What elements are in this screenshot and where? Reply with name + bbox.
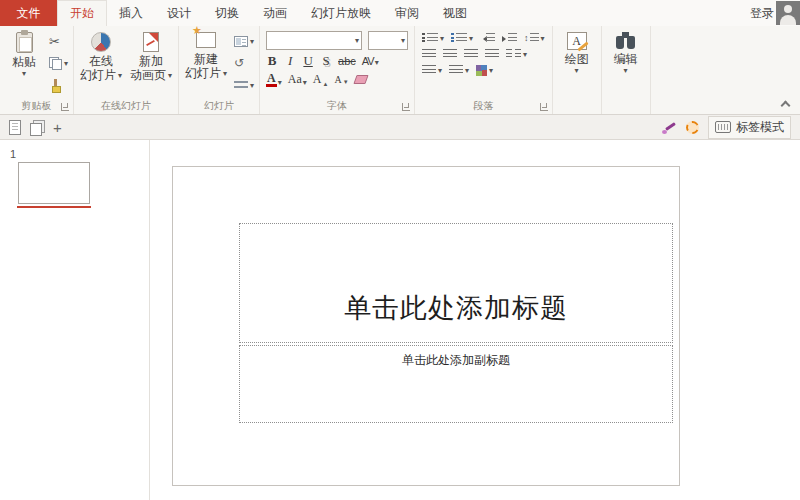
drawing-button[interactable]: A 绘图 ▾ bbox=[555, 28, 599, 99]
font-group-label: 字体 bbox=[327, 100, 347, 111]
increase-indent-button[interactable] bbox=[502, 33, 517, 44]
clipboard-dialog-launcher[interactable] bbox=[61, 103, 69, 111]
paste-button[interactable]: 粘贴 ▾ bbox=[2, 28, 46, 99]
dropdown-caret-icon: ▾ bbox=[278, 78, 282, 87]
dropdown-caret-icon: ▾ bbox=[250, 81, 254, 90]
text-direction-button[interactable]: ▾ bbox=[422, 65, 442, 76]
new-animation-page-button[interactable]: 新加 动画页 ▾ bbox=[126, 28, 176, 99]
pie-chart-icon bbox=[91, 32, 111, 52]
line-spacing-button[interactable]: ↕ ▾ bbox=[524, 33, 545, 44]
decrease-indent-icon bbox=[480, 33, 495, 44]
align-text-icon bbox=[449, 65, 463, 76]
dropdown-caret-icon: ▾ bbox=[575, 66, 579, 75]
online-slides-button[interactable]: 在线 幻灯片 ▾ bbox=[76, 28, 126, 99]
italic-button[interactable]: I bbox=[284, 53, 296, 69]
align-center-icon bbox=[443, 49, 457, 60]
tab-design[interactable]: 设计 bbox=[155, 0, 203, 26]
new-slide-button[interactable]: 新建 幻灯片 ▾ bbox=[181, 28, 231, 99]
paragraph-dialog-launcher[interactable] bbox=[540, 103, 548, 111]
align-center-button[interactable] bbox=[443, 49, 457, 60]
gear-icon[interactable] bbox=[686, 121, 699, 134]
columns-button[interactable]: ▾ bbox=[506, 49, 527, 60]
change-case-button[interactable]: Aa ▾ bbox=[288, 72, 307, 87]
tab-insert[interactable]: 插入 bbox=[107, 0, 155, 26]
outline-view-icon[interactable] bbox=[9, 120, 21, 135]
clipboard-icon bbox=[16, 32, 33, 53]
add-slide-button[interactable]: + bbox=[53, 120, 62, 135]
shrink-font-button[interactable]: A ▼ bbox=[334, 74, 348, 85]
slide-layout-button[interactable]: ▾ bbox=[232, 33, 256, 50]
text-shadow-button[interactable]: S bbox=[320, 53, 332, 69]
font-dialog-launcher[interactable] bbox=[402, 103, 410, 111]
bullets-button[interactable]: ▾ bbox=[422, 33, 444, 44]
decrease-indent-button[interactable] bbox=[480, 33, 495, 44]
subtitle-placeholder-text: 单击此处添加副标题 bbox=[402, 353, 510, 367]
up-arrow-icon: ▲ bbox=[322, 81, 328, 87]
ribbon-group-font: ▾ ▾ B I U S abc AV ▾ bbox=[260, 26, 415, 114]
bold-button[interactable]: B bbox=[266, 53, 278, 69]
dropdown-caret-icon: ▾ bbox=[223, 69, 227, 78]
cut-button[interactable]: ✂ bbox=[47, 33, 70, 50]
subtitle-placeholder[interactable]: 单击此处添加副标题 bbox=[239, 345, 673, 423]
slide[interactable]: 单击此处添加标题 单击此处添加副标题 bbox=[172, 166, 680, 486]
login-link[interactable]: 登录 bbox=[750, 0, 776, 26]
dropdown-caret-icon: ▾ bbox=[489, 66, 493, 75]
layout-icon bbox=[234, 36, 248, 47]
reset-slide-button[interactable]: ↺ bbox=[232, 55, 256, 72]
tab-animations[interactable]: 动画 bbox=[251, 0, 299, 26]
dropdown-caret-icon: ▾ bbox=[399, 36, 407, 45]
menubar-spacer bbox=[479, 0, 750, 26]
file-menu-button[interactable]: 文件 bbox=[0, 0, 57, 26]
drawing-icon: A bbox=[567, 32, 587, 50]
section-icon bbox=[234, 81, 248, 91]
copy-icon bbox=[49, 57, 62, 70]
workspace: 1 单击此处添加标题 单击此处添加副标题 bbox=[0, 140, 800, 500]
font-size-input[interactable] bbox=[369, 32, 399, 49]
format-painter-button[interactable] bbox=[47, 77, 70, 94]
editing-button[interactable]: 编辑 ▾ bbox=[604, 28, 648, 99]
user-avatar[interactable] bbox=[776, 1, 800, 25]
tab-review[interactable]: 审阅 bbox=[383, 0, 431, 26]
tab-transitions[interactable]: 切换 bbox=[203, 0, 251, 26]
clear-formatting-button[interactable] bbox=[355, 75, 367, 84]
brush-icon[interactable] bbox=[662, 120, 677, 135]
align-text-button[interactable]: ▾ bbox=[449, 65, 469, 76]
dropdown-caret-icon: ▾ bbox=[375, 58, 379, 67]
character-spacing-button[interactable]: AV ▾ bbox=[362, 55, 379, 67]
tab-home[interactable]: 开始 bbox=[57, 0, 107, 26]
font-color-button[interactable]: A ▾ bbox=[266, 72, 282, 87]
tab-view[interactable]: 视图 bbox=[431, 0, 479, 26]
collapse-ribbon-button[interactable] bbox=[780, 99, 790, 109]
strikethrough-button[interactable]: abc bbox=[338, 55, 356, 67]
ribbon-spacer bbox=[651, 26, 800, 114]
font-name-input[interactable] bbox=[267, 32, 353, 49]
clipboard-group-label: 剪贴板 bbox=[22, 100, 52, 111]
justify-icon bbox=[485, 49, 499, 60]
bullets-icon bbox=[422, 33, 438, 44]
convert-smartart-button[interactable]: ▾ bbox=[476, 65, 493, 76]
align-right-button[interactable] bbox=[464, 49, 478, 60]
underline-button[interactable]: U bbox=[302, 53, 314, 69]
online-slides-group-label: 在线幻灯片 bbox=[101, 100, 151, 111]
dropdown-caret-icon: ▾ bbox=[64, 59, 68, 68]
font-name-combo[interactable]: ▾ bbox=[266, 31, 362, 50]
numbering-button[interactable]: ▾ bbox=[451, 33, 473, 44]
dropdown-caret-icon: ▾ bbox=[353, 36, 361, 45]
title-placeholder[interactable]: 单击此处添加标题 bbox=[239, 223, 673, 343]
tab-slideshow[interactable]: 幻灯片放映 bbox=[299, 0, 383, 26]
slide-stack-icon[interactable] bbox=[30, 120, 44, 135]
slide-thumbnail[interactable] bbox=[18, 162, 90, 204]
font-size-combo[interactable]: ▾ bbox=[368, 31, 408, 50]
tag-mode-button[interactable]: 标签模式 bbox=[708, 116, 791, 139]
section-button[interactable]: ▾ bbox=[232, 77, 256, 94]
slide-number: 1 bbox=[10, 148, 149, 160]
align-left-button[interactable] bbox=[422, 49, 436, 60]
dropdown-caret-icon: ▾ bbox=[541, 34, 545, 43]
smartart-icon bbox=[476, 65, 487, 76]
dropdown-caret-icon: ▾ bbox=[465, 66, 469, 75]
justify-button[interactable] bbox=[485, 49, 499, 60]
grow-font-button[interactable]: A ▲ bbox=[313, 72, 329, 87]
binoculars-icon bbox=[616, 32, 635, 49]
copy-button[interactable]: ▾ bbox=[47, 55, 70, 72]
dropdown-caret-icon: ▾ bbox=[22, 69, 26, 78]
